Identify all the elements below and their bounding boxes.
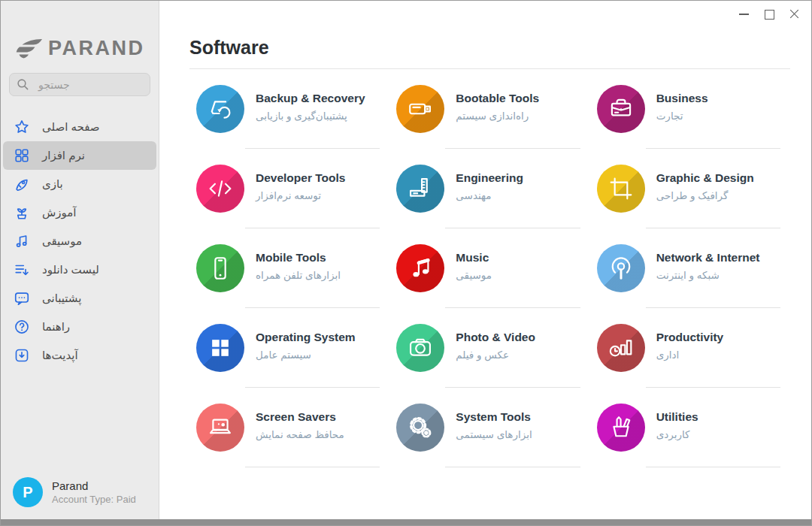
avatar-letter: P bbox=[23, 484, 32, 501]
support-chat-icon bbox=[14, 290, 30, 307]
sidebar-item-1[interactable]: صفحه اصلی bbox=[3, 113, 156, 141]
category-subtitle: اداری bbox=[656, 349, 724, 361]
music-icon bbox=[396, 244, 444, 292]
category-title: Utilities bbox=[656, 410, 698, 424]
sidebar-item-label: آپدیت‌ها bbox=[42, 349, 78, 362]
app-logo: PARAND bbox=[16, 37, 159, 60]
sidebar-item-3[interactable]: بازی bbox=[3, 170, 156, 198]
sidebar-item-6[interactable]: لیست دانلود bbox=[3, 255, 156, 284]
category-title: Operating System bbox=[256, 331, 356, 344]
bootable-usb-icon bbox=[396, 85, 444, 133]
category-subtitle: سیستم عامل bbox=[256, 349, 356, 361]
category-card[interactable]: Productivityاداری bbox=[590, 308, 790, 388]
sidebar-item-4[interactable]: آموزش bbox=[3, 198, 156, 227]
download-list-icon bbox=[14, 261, 30, 278]
category-title: Screen Savers bbox=[256, 410, 344, 424]
category-subtitle: راه‌اندازی سیستم bbox=[456, 110, 539, 122]
sidebar-item-label: بازی bbox=[42, 177, 63, 191]
category-card[interactable]: Musicموسیقی bbox=[389, 228, 589, 308]
sidebar-item-label: موسیقی bbox=[42, 234, 82, 248]
sidebar-item-label: صفحه اصلی bbox=[42, 120, 100, 134]
sidebar-nav: صفحه اصلینرم افزاربازیآموزشموسیقیلیست دا… bbox=[1, 113, 159, 370]
category-title: System Tools bbox=[456, 410, 532, 424]
category-card[interactable]: Photo & Videoعکس و فیلم bbox=[389, 308, 589, 388]
category-title: Backup & Recovery bbox=[256, 92, 365, 105]
close-button[interactable] bbox=[786, 5, 804, 23]
maximize-button[interactable] bbox=[760, 5, 778, 23]
category-card[interactable]: Engineeringمهندسی bbox=[389, 149, 589, 228]
account-name: Parand bbox=[52, 479, 136, 492]
app-window: PARAND جستجو صفحه اصلینرم افزاربازیآموزش… bbox=[0, 0, 812, 526]
minimize-button[interactable] bbox=[735, 5, 753, 23]
search-icon bbox=[17, 78, 29, 91]
category-title: Music bbox=[456, 251, 492, 265]
pencil-cup-icon bbox=[597, 404, 645, 452]
app-logo-text: PARAND bbox=[48, 37, 145, 60]
category-subtitle: توسعه نرم‌افزار bbox=[256, 189, 345, 201]
category-card[interactable]: Backup & Recoveryپشتیبان‌گیری و بازیابی bbox=[189, 69, 389, 149]
category-subtitle: ابزارهای سیستمی bbox=[456, 428, 532, 440]
main-content: Software Backup & Recoveryپشتیبان‌گیری و… bbox=[160, 1, 811, 519]
category-grid: Backup & Recoveryپشتیبان‌گیری و بازیابیB… bbox=[189, 69, 790, 467]
account-profile[interactable]: P Parand Account Type: Paid bbox=[13, 477, 136, 507]
category-title: Engineering bbox=[456, 171, 523, 185]
rocket-icon bbox=[14, 176, 30, 192]
laptop-icon bbox=[196, 404, 244, 452]
category-card[interactable]: System Toolsابزارهای سیستمی bbox=[389, 388, 589, 467]
sidebar-item-label: راهنما bbox=[42, 320, 70, 334]
category-subtitle: ابزارهای تلفن همراه bbox=[256, 269, 341, 281]
maximize-icon bbox=[765, 10, 774, 20]
category-card[interactable]: Mobile Toolsابزارهای تلفن همراه bbox=[189, 228, 389, 308]
category-title: Mobile Tools bbox=[256, 251, 341, 265]
chart-clock-icon bbox=[597, 324, 645, 372]
minimize-icon bbox=[739, 14, 749, 15]
category-subtitle: کاربردی bbox=[656, 428, 698, 440]
category-title: Photo & Video bbox=[456, 331, 535, 344]
search-input[interactable]: جستجو bbox=[9, 73, 150, 96]
category-card[interactable]: Businessتجارت bbox=[590, 69, 790, 149]
category-card[interactable]: Network & Internetشبکه و اینترنت bbox=[590, 228, 790, 308]
category-subtitle: تجارت bbox=[656, 110, 708, 122]
category-card[interactable]: Utilitiesکاربردی bbox=[590, 388, 790, 467]
music-note-icon bbox=[14, 233, 30, 249]
category-title: Network & Internet bbox=[656, 251, 760, 265]
sidebar-item-9[interactable]: آپدیت‌ها bbox=[3, 341, 156, 370]
crop-icon bbox=[597, 165, 645, 213]
category-card[interactable]: Operating Systemسیستم عامل bbox=[189, 308, 389, 388]
code-icon bbox=[196, 165, 244, 213]
windows-icon bbox=[196, 324, 244, 372]
category-subtitle: محافظ صفحه نمایش bbox=[256, 428, 344, 440]
sidebar-item-label: نرم افزار bbox=[42, 149, 85, 162]
category-title: Bootable Tools bbox=[456, 92, 539, 105]
ruler-square-icon bbox=[396, 165, 444, 213]
sidebar-item-5[interactable]: موسیقی bbox=[3, 227, 156, 255]
category-subtitle: عکس و فیلم bbox=[456, 349, 535, 361]
category-subtitle: گرافیک و طراحی bbox=[656, 189, 754, 201]
category-title: Productivity bbox=[656, 331, 724, 344]
category-card[interactable]: Graphic & Designگرافیک و طراحی bbox=[590, 149, 790, 228]
apps-grid-icon bbox=[14, 147, 30, 164]
category-title: Graphic & Design bbox=[656, 171, 754, 185]
gears-icon bbox=[396, 404, 444, 452]
sidebar-item-label: آموزش bbox=[42, 206, 77, 219]
sidebar-item-label: لیست دانلود bbox=[42, 263, 99, 277]
category-card[interactable]: Developer Toolsتوسعه نرم‌افزار bbox=[189, 149, 389, 228]
category-title: Business bbox=[656, 92, 708, 105]
help-icon bbox=[14, 319, 30, 335]
star-icon bbox=[14, 119, 30, 135]
sidebar-item-2[interactable]: نرم افزار bbox=[3, 141, 156, 170]
category-subtitle: پشتیبان‌گیری و بازیابی bbox=[256, 110, 365, 122]
sidebar-item-7[interactable]: پشتیبانی bbox=[3, 284, 156, 313]
category-title: Developer Tools bbox=[256, 171, 345, 185]
smartphone-icon bbox=[196, 244, 244, 292]
sidebar-item-8[interactable]: راهنما bbox=[3, 313, 156, 341]
updates-icon bbox=[14, 347, 30, 364]
broadcast-icon bbox=[597, 244, 645, 292]
category-card[interactable]: Screen Saversمحافظ صفحه نمایش bbox=[189, 388, 389, 467]
category-card[interactable]: Bootable Toolsراه‌اندازی سیستم bbox=[389, 69, 589, 149]
window-bottom-edge bbox=[1, 519, 811, 525]
briefcase-icon bbox=[597, 85, 645, 133]
category-subtitle: موسیقی bbox=[456, 269, 492, 281]
category-subtitle: مهندسی bbox=[456, 189, 523, 201]
page-title: Software bbox=[189, 37, 790, 59]
